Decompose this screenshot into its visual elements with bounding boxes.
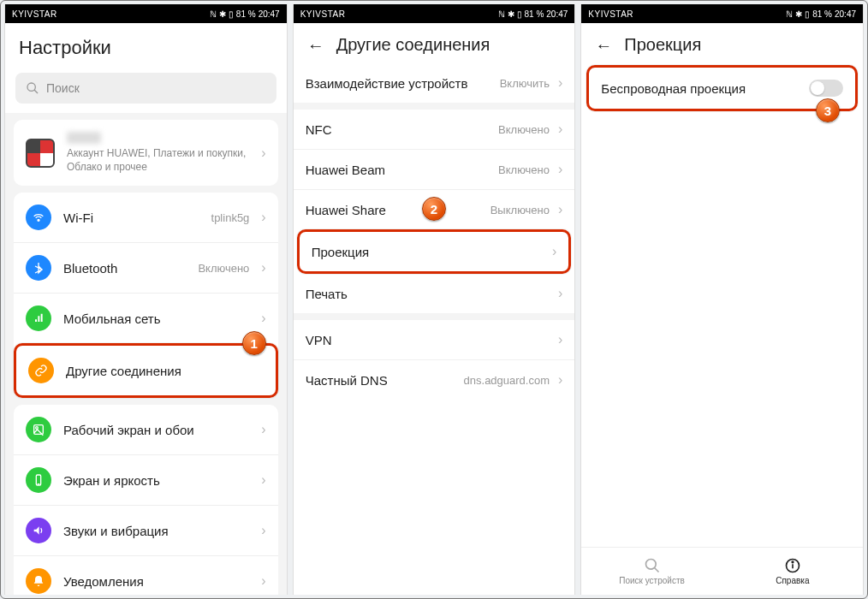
chevron-right-icon: › — [552, 244, 556, 259]
status-time: 20:47 — [259, 9, 280, 19]
avatar — [26, 139, 55, 168]
link-icon — [28, 358, 54, 383]
back-button[interactable]: ← — [307, 37, 324, 54]
row-home[interactable]: Рабочий экран и обои › — [14, 405, 278, 454]
chevron-right-icon: › — [261, 210, 265, 225]
svg-line-8 — [654, 568, 658, 572]
row-device-interop[interactable]: Взаимодействие устройств Включить › — [294, 63, 575, 103]
row-share[interactable]: Huawei Share 2 Выключено › — [294, 189, 575, 229]
image-icon — [26, 417, 51, 442]
sound-icon — [26, 518, 51, 543]
status-carrier: KYIVSTAR — [12, 9, 206, 19]
panel-settings: KYIVSTAR ℕ ✱ ▯ 81 % 20:47 Настройки Поис… — [4, 4, 288, 595]
row-dns[interactable]: Частный DNS dns.adguard.com › — [294, 359, 575, 400]
row-notifications[interactable]: Уведомления › — [14, 555, 278, 595]
chevron-right-icon: › — [261, 422, 265, 437]
chevron-right-icon: › — [558, 162, 562, 177]
status-time: 20:47 — [546, 9, 568, 19]
account-name — [67, 132, 101, 144]
battery-icon: ▯ — [517, 9, 522, 19]
svg-point-7 — [645, 560, 656, 570]
chevron-right-icon: › — [261, 523, 265, 538]
nfc-icon: ℕ — [498, 9, 505, 19]
row-other-connections[interactable]: Другие соединения › — [16, 346, 276, 395]
svg-point-0 — [27, 83, 35, 91]
chevron-right-icon: › — [558, 75, 562, 91]
tab-help[interactable]: Справка — [722, 548, 863, 595]
chevron-right-icon: › — [558, 202, 562, 217]
battery-text: 81 % — [812, 9, 832, 19]
status-bar: KYIVSTAR ℕ ✱ ▯ 81 % 20:47 — [581, 4, 863, 23]
back-button[interactable]: ← — [595, 37, 612, 54]
callout-2: 2 — [422, 197, 446, 221]
row-vpn[interactable]: VPN › — [294, 320, 575, 359]
row-wireless-projection[interactable]: Беспроводная проекция — [589, 68, 855, 109]
svg-line-1 — [34, 90, 38, 93]
row-wifi[interactable]: Wi-Fi tplink5g › — [14, 193, 278, 242]
status-time: 20:47 — [835, 9, 856, 19]
chevron-right-icon: › — [261, 311, 265, 326]
nfc-icon: ℕ — [786, 9, 793, 19]
svg-point-2 — [38, 220, 39, 222]
status-carrier: KYIVSTAR — [588, 9, 782, 19]
callout-1: 1 — [242, 331, 266, 355]
search-icon — [644, 557, 661, 574]
row-display[interactable]: Экран и яркость › — [14, 454, 278, 505]
account-sub: Аккаунт HUAWEI, Платежи и покупки, Облак… — [67, 147, 249, 174]
svg-rect-3 — [34, 425, 44, 435]
chevron-right-icon: › — [261, 145, 265, 161]
status-carrier: KYIVSTAR — [300, 9, 495, 19]
chevron-right-icon: › — [558, 286, 562, 301]
page-title: ← Проекция — [581, 23, 863, 63]
search-placeholder: Поиск — [46, 81, 80, 95]
page-title: ← Другие соединения — [294, 23, 575, 63]
svg-point-11 — [792, 561, 794, 563]
bottom-tabs: Поиск устройств Справка — [581, 547, 863, 595]
chevron-right-icon: › — [261, 573, 265, 589]
panel-projection: KYIVSTAR ℕ ✱ ▯ 81 % 20:47 ← Проекция Бес… — [580, 4, 864, 595]
status-bar: KYIVSTAR ℕ ✱ ▯ 81 % 20:47 — [5, 4, 287, 23]
bluetooth-icon: ✱ — [508, 9, 514, 19]
bluetooth-icon — [26, 255, 51, 281]
svg-point-4 — [36, 427, 39, 430]
search-icon — [26, 81, 39, 95]
tab-search-devices[interactable]: Поиск устройств — [581, 548, 722, 595]
battery-icon: ▯ — [805, 9, 810, 19]
info-icon — [784, 557, 801, 574]
status-bar: KYIVSTAR ℕ ✱ ▯ 81 % 20:47 — [294, 4, 575, 23]
wireless-projection-toggle[interactable] — [809, 80, 843, 97]
chevron-right-icon: › — [261, 260, 265, 276]
page-title: Настройки — [5, 23, 287, 68]
panel-other-connections: KYIVSTAR ℕ ✱ ▯ 81 % 20:47 ← Другие соеди… — [293, 4, 576, 595]
row-nfc[interactable]: NFC Включено › — [294, 110, 575, 149]
callout-3: 3 — [816, 98, 840, 122]
bluetooth-icon: ✱ — [219, 9, 226, 19]
nfc-icon: ℕ — [210, 9, 217, 19]
chevron-right-icon: › — [558, 122, 562, 137]
battery-text: 81 % — [525, 9, 544, 19]
chevron-right-icon: › — [261, 472, 265, 488]
chevron-right-icon: › — [558, 372, 562, 388]
row-mobile[interactable]: Мобильная сеть › 1 — [14, 293, 278, 343]
row-sounds[interactable]: Звуки и вибрация › — [14, 505, 278, 555]
row-print[interactable]: Печать › — [294, 274, 575, 313]
row-beam[interactable]: Huawei Beam Включено › — [294, 149, 575, 189]
row-bluetooth[interactable]: Bluetooth Включено › — [14, 242, 278, 293]
bluetooth-icon: ✱ — [795, 9, 802, 19]
row-projection[interactable]: Проекция › — [300, 232, 569, 271]
bell-icon — [26, 568, 51, 594]
battery-icon: ▯ — [229, 9, 234, 19]
row-account[interactable]: Аккаунт HUAWEI, Платежи и покупки, Облак… — [14, 120, 278, 186]
battery-text: 81 % — [236, 9, 256, 19]
signal-icon — [26, 305, 51, 331]
phone-icon — [26, 467, 51, 493]
chevron-right-icon: › — [558, 332, 562, 347]
search-input[interactable]: Поиск — [15, 73, 276, 104]
wifi-icon — [26, 205, 51, 230]
